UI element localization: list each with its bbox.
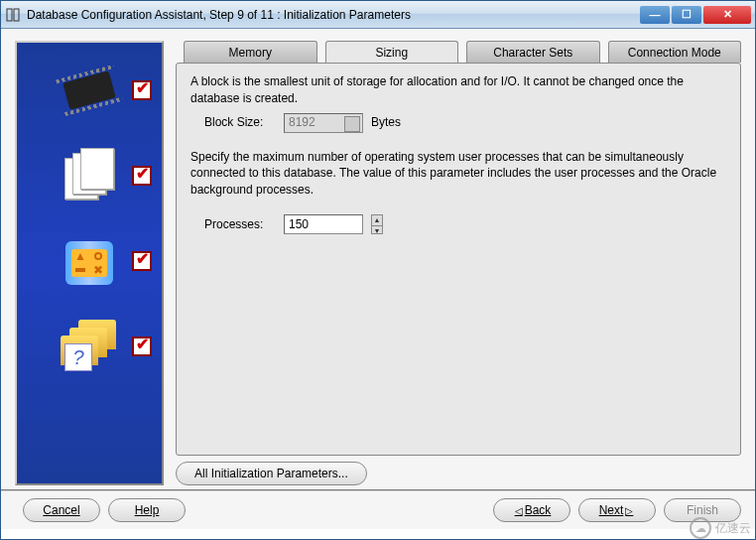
window-title: Database Configuration Assistant, Step 9… [27, 8, 640, 22]
back-label: Back [525, 503, 552, 517]
all-initialization-parameters-button[interactable]: All Initialization Parameters... [176, 462, 367, 485]
step-folders: ? [21, 311, 158, 382]
next-label: Next [599, 503, 624, 517]
back-button[interactable]: ◁Back [493, 498, 570, 522]
step-documents [21, 140, 158, 211]
window-controls: — ☐ ✕ [640, 6, 751, 24]
cloud-icon: ☁ [690, 517, 711, 539]
step-memory [21, 55, 158, 126]
processes-description: Specify the maximum number of operating … [190, 149, 726, 199]
watermark: ☁ 亿速云 [690, 517, 751, 539]
wizard-steps-panel: ▲✖ ? [15, 41, 164, 485]
all-params-row: All Initialization Parameters... [176, 462, 741, 485]
titlebar[interactable]: Database Configuration Assistant, Step 9… [1, 1, 755, 29]
cancel-button[interactable]: Cancel [23, 498, 100, 522]
checkmark-icon [132, 166, 152, 186]
spinner-down-icon[interactable]: ▼ [372, 226, 382, 236]
cylinder-icon: ▲✖ [55, 229, 124, 293]
processes-label: Processes: [204, 216, 276, 233]
block-size-row: Block Size: 8192 Bytes [204, 113, 726, 133]
maximize-button[interactable]: ☐ [672, 6, 701, 24]
minimize-button[interactable]: — [640, 6, 670, 24]
footer: Cancel Help ◁Back Next▷ Finish [1, 489, 755, 529]
tab-connection-mode[interactable]: Connection Mode [608, 41, 742, 63]
app-window: Database Configuration Assistant, Step 9… [0, 0, 756, 540]
watermark-text: 亿速云 [715, 520, 751, 537]
block-size-value: 8192 [289, 114, 315, 131]
next-button[interactable]: Next▷ [578, 498, 656, 522]
tab-character-sets[interactable]: Character Sets [466, 41, 600, 63]
checkmark-icon [132, 80, 152, 100]
svg-rect-1 [14, 9, 19, 21]
checkmark-icon [132, 251, 152, 271]
chip-icon [55, 59, 124, 122]
block-size-unit: Bytes [371, 114, 401, 131]
right-panel: Memory Sizing Character Sets Connection … [176, 41, 741, 485]
app-icon [5, 7, 21, 23]
tab-content-sizing: A block is the smallest unit of storage … [176, 63, 741, 456]
folders-icon: ? [55, 315, 124, 378]
tab-sizing[interactable]: Sizing [325, 41, 459, 63]
block-size-label: Block Size: [204, 114, 276, 131]
tabs-row: Memory Sizing Character Sets Connection … [176, 41, 741, 63]
processes-spinner[interactable]: ▲▼ [371, 214, 383, 234]
documents-icon [55, 144, 124, 207]
block-size-description: A block is the smallest unit of storage … [190, 73, 726, 107]
content-area: ▲✖ ? Memory Sizing Character Sets Connec… [1, 29, 755, 489]
svg-rect-0 [7, 9, 12, 21]
spinner-up-icon[interactable]: ▲ [372, 215, 382, 226]
block-size-combo[interactable]: 8192 [284, 113, 363, 133]
back-arrow-icon: ◁ [515, 505, 523, 516]
help-button[interactable]: Help [108, 498, 186, 522]
tab-memory[interactable]: Memory [184, 41, 317, 63]
processes-input[interactable] [284, 214, 363, 234]
close-button[interactable]: ✕ [703, 6, 751, 24]
next-arrow-icon: ▷ [625, 505, 633, 516]
checkmark-icon [132, 337, 152, 356]
step-storage: ▲✖ [21, 225, 158, 297]
processes-row: Processes: ▲▼ [204, 214, 726, 234]
